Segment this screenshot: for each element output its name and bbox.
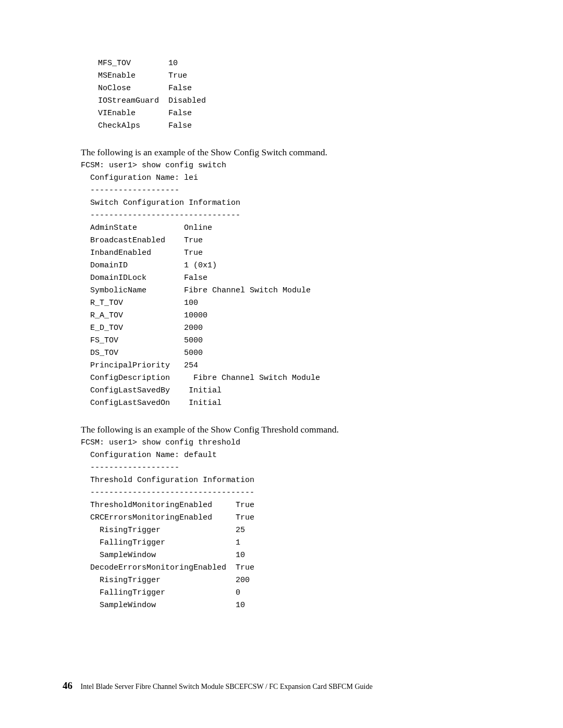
intro-text-threshold: The following is an example of the Show … — [81, 423, 485, 436]
footer-title: Intel Blade Server Fibre Channel Switch … — [81, 683, 373, 690]
code-block-port-config: MFS_TOV 10 MSEnable True NoClose False I… — [81, 57, 485, 132]
code-block-threshold-config: FCSM: user1> show config threshold Confi… — [81, 437, 485, 612]
page-footer: 46 Intel Blade Server Fibre Channel Swit… — [63, 680, 373, 692]
page-content: MFS_TOV 10 MSEnable True NoClose False I… — [0, 0, 485, 612]
page-number: 46 — [63, 680, 72, 691]
intro-text-switch: The following is an example of the Show … — [81, 146, 485, 158]
code-block-switch-config: FCSM: user1> show config switch Configur… — [81, 159, 485, 410]
